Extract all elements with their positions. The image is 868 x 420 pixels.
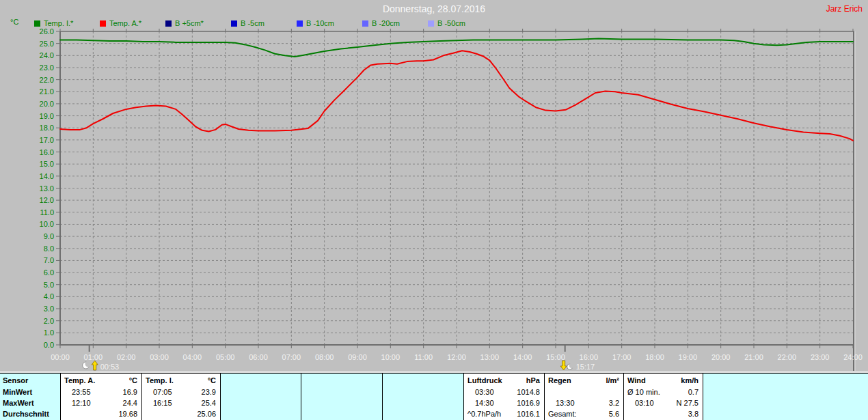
- y-tick-label: 7.0: [44, 256, 54, 264]
- y-axis-labels: 26.025.024.023.022.021.020.019.018.017.0…: [40, 27, 54, 349]
- x-tick-label: 00:00: [51, 353, 70, 361]
- table-cell-value: N 27.5: [677, 397, 699, 408]
- y-tick-label: 21.0: [40, 87, 54, 96]
- x-tick-label: 05:00: [216, 353, 235, 361]
- y-tick-label: 5.0: [44, 281, 54, 289]
- axes: [56, 29, 855, 371]
- x-tick-label: 15:00: [546, 353, 565, 361]
- table-cell-time: 13:30: [556, 397, 575, 408]
- table-row-label: Sensor: [0, 375, 60, 387]
- table-cell-value: 16.9: [123, 387, 137, 397]
- y-tick-label: 25.0: [40, 40, 54, 48]
- y-tick-label: 14.0: [40, 172, 54, 180]
- y-tick-label: 17.0: [40, 136, 54, 144]
- y-tick-label: 26.0: [40, 27, 54, 36]
- y-tick-label: 4.0: [44, 292, 54, 300]
- x-tick-label: 17:00: [612, 353, 632, 361]
- table-column-wind: Windkm/hØ 10 min.0.703:10N 27.53.8: [623, 374, 703, 420]
- table-cell-value: 1014.8: [517, 387, 540, 397]
- grid-lines: [60, 31, 853, 345]
- table-cell-value: 3.2: [609, 397, 619, 408]
- table-column-header: Regen: [548, 375, 571, 387]
- y-tick-label: 15.0: [40, 160, 54, 168]
- table-column-luftdruck: LuftdruckhPa03:301014.814:301016.9^0.7hP…: [463, 374, 544, 420]
- table-column-empty: [220, 374, 301, 420]
- y-tick-label: 0.0: [44, 341, 54, 349]
- y-tick-label: 19.0: [40, 112, 54, 120]
- table-column-header: Wind: [627, 375, 646, 387]
- x-tick-label: 03:00: [150, 353, 169, 361]
- arrow-up-icon: [92, 361, 98, 370]
- table-column-temp-a: Temp. A.°C23:5516.912:1024.419.68: [60, 374, 141, 420]
- y-tick-label: 16.0: [40, 148, 54, 156]
- table-cell-value: 1016.9: [517, 397, 540, 408]
- table-row-label: MaxWert: [0, 397, 60, 408]
- table-cell-time: Gesamt:: [548, 408, 577, 419]
- x-tick-label: 09:00: [348, 353, 367, 361]
- table-cell-time: 14:30: [475, 397, 494, 408]
- table-cell-value: 3.8: [688, 408, 699, 419]
- table-column-unit: hPa: [526, 375, 540, 387]
- table-column-header: Temp. I.: [146, 375, 174, 387]
- x-tick-label: 21:00: [744, 353, 763, 361]
- x-tick-label: 19:00: [679, 353, 698, 361]
- y-tick-label: 13.0: [40, 184, 54, 193]
- x-axis-labels: 00:0001:0002:0003:0004:0005:0006:0007:00…: [51, 353, 863, 361]
- y-tick-label: 12.0: [40, 196, 54, 204]
- x-tick-label: 22:00: [778, 353, 797, 361]
- table-column-unit: °C: [129, 375, 137, 387]
- y-tick-label: 20.0: [40, 100, 54, 108]
- table-column-unit: km/h: [681, 375, 699, 387]
- table-cell-time: 07:05: [153, 387, 172, 397]
- x-tick-label: 24:00: [843, 353, 863, 361]
- table-column-unit: °C: [208, 375, 216, 387]
- x-tick-label: 07:00: [282, 353, 301, 361]
- table-column-temp-i: Temp. I.°C07:0523.916:1525.425.06: [141, 374, 220, 420]
- x-tick-label: 10:00: [381, 353, 401, 361]
- x-tick-label: 11:00: [414, 353, 433, 361]
- x-tick-label: 14:00: [513, 353, 532, 361]
- table-cell-value: 19.68: [118, 408, 137, 419]
- arrow-down-icon: [560, 361, 567, 370]
- stats-table: SensorMinWertMaxWertDurchschnittTemp. A.…: [0, 373, 868, 420]
- table-cell-time: 03:10: [635, 397, 654, 408]
- y-tick-label: 23.0: [40, 64, 54, 72]
- x-tick-label: 13:00: [480, 353, 500, 361]
- table-column-unit: l/m²: [606, 375, 619, 387]
- y-tick-label: 9.0: [44, 232, 54, 240]
- table-cell-time: 16:15: [153, 397, 172, 408]
- x-tick-label: 20:00: [711, 353, 731, 361]
- x-tick-label: 04:00: [183, 353, 202, 361]
- table-column-empty: [301, 374, 382, 420]
- y-tick-label: 10.0: [40, 220, 54, 228]
- table-column-empty: [382, 374, 463, 420]
- table-cell-time: ^0.7hPa/h: [467, 408, 501, 419]
- table-cell-value: 23.9: [202, 387, 216, 397]
- table-row-label: Durchschnitt: [0, 408, 60, 419]
- table-cell-value: 25.4: [202, 397, 216, 408]
- y-tick-label: 18.0: [40, 124, 54, 132]
- y-tick-label: 11.0: [40, 208, 54, 216]
- x-tick-label: 02:00: [117, 353, 136, 361]
- x-tick-label: 08:00: [315, 353, 334, 361]
- y-tick-label: 2.0: [44, 317, 54, 325]
- table-cell-value: 5.6: [609, 408, 619, 419]
- table-cell-time: 12:10: [72, 397, 91, 408]
- table-column-header: Temp. A.: [64, 375, 95, 387]
- table-cell-value: 0.7: [688, 387, 699, 397]
- marker-time-label: 00:53: [100, 363, 120, 371]
- y-tick-label: 6.0: [44, 268, 54, 277]
- x-tick-label: 23:00: [811, 353, 830, 361]
- marker-time-label: 15:17: [576, 363, 595, 371]
- table-row-labels-column: SensorMinWertMaxWertDurchschnitt: [0, 374, 60, 420]
- table-cell-time: 23:55: [72, 387, 91, 397]
- y-tick-label: 3.0: [44, 305, 54, 313]
- table-cell-value: 25.06: [197, 408, 216, 419]
- table-column-regen: Regenl/m²13:303.2Gesamt:5.6: [544, 374, 623, 420]
- y-tick-label: 22.0: [40, 76, 54, 84]
- chart-plot-area[interactable]: 26.025.024.023.022.021.020.019.018.017.0…: [0, 0, 868, 374]
- table-cell-time: Ø 10 min.: [627, 387, 660, 397]
- table-column-header: Luftdruck: [467, 375, 502, 387]
- x-tick-label: 16:00: [580, 353, 599, 361]
- x-tick-label: 18:00: [645, 353, 664, 361]
